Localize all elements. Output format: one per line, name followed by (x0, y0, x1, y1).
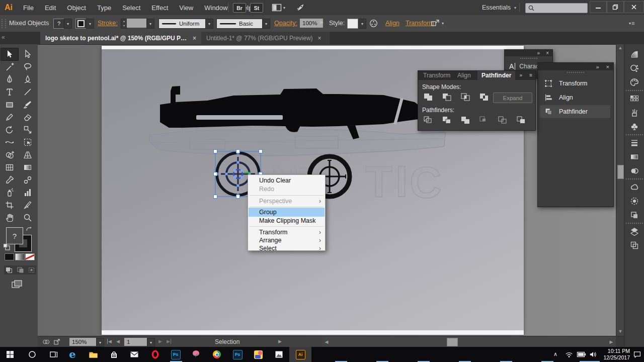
tool-eraser[interactable] (19, 111, 36, 123)
taskbar-photoshop-2[interactable]: Ps (227, 347, 248, 362)
taskbar-photo-editor[interactable] (248, 347, 268, 362)
scroll-down-icon[interactable]: ▼ (616, 328, 624, 335)
menu-item-group[interactable]: Group (249, 208, 325, 217)
share-icon[interactable] (53, 338, 61, 345)
battery-icon[interactable] (577, 351, 587, 358)
menu-type[interactable]: Type (92, 0, 117, 15)
draw-normal-icon[interactable] (5, 266, 13, 274)
tool-blend[interactable] (19, 174, 36, 186)
task-view-button[interactable] (43, 347, 63, 362)
opacity-expand-arrow[interactable]: ▶ (320, 20, 324, 25)
taskbar-illustrator-active[interactable]: Ai (289, 347, 311, 362)
close-tab-icon[interactable]: × (318, 35, 321, 42)
dock-grip[interactable] (626, 223, 643, 226)
align-panel-link[interactable]: Align (385, 20, 399, 27)
dock-item-transform[interactable]: Transform (540, 77, 610, 90)
fill-swatch[interactable]: ? (53, 19, 64, 29)
fill-proxy[interactable]: ? (6, 227, 23, 244)
brush-select[interactable]: Basic (216, 19, 263, 29)
arrange-documents-button[interactable]: ▾ (272, 4, 285, 12)
creative-cloud-icon[interactable] (629, 182, 639, 192)
menu-object[interactable]: Object (61, 0, 92, 15)
horizontal-scroll-thumb[interactable] (447, 338, 458, 346)
none-button[interactable] (25, 253, 35, 260)
screen-mode-button[interactable] (11, 280, 23, 290)
shape-mode-unite-button[interactable] (423, 93, 434, 102)
panel-menu-icon[interactable]: ≡ (529, 72, 532, 78)
tool-rotate[interactable] (1, 124, 18, 136)
menu-view[interactable]: View (174, 0, 199, 15)
tool-curvature[interactable] (19, 73, 36, 85)
search-input[interactable] (525, 3, 588, 13)
stroke-panel-icon[interactable] (629, 138, 639, 148)
artboard-number-dropdown[interactable]: ▾ (147, 338, 155, 347)
pathfinder-minus-back-button[interactable] (516, 116, 527, 125)
menu-item-make-clipping-mask[interactable]: Make Clipping Mask (249, 217, 325, 225)
menu-select[interactable]: Select (117, 0, 146, 15)
pathfinder-divide-button[interactable] (423, 116, 434, 125)
tool-line-segment[interactable] (19, 86, 36, 98)
taskbar-screen-recorder[interactable]: ✂ (186, 347, 206, 362)
tool-gradient[interactable] (19, 161, 36, 173)
scroll-right-icon[interactable]: ▶ (608, 336, 615, 347)
tool-zoom[interactable] (19, 212, 36, 224)
tool-rectangle[interactable] (1, 99, 18, 111)
fill-swatch-dropdown[interactable]: ▾ (64, 19, 72, 29)
shape-mode-minus-front-button[interactable] (442, 93, 453, 102)
collapse-dock-icon[interactable]: « (2, 34, 5, 41)
draw-behind-icon[interactable] (17, 266, 24, 274)
tool-direct-selection[interactable] (19, 48, 36, 60)
style-dropdown[interactable]: ▾ (358, 19, 366, 29)
tool-magic-wand[interactable] (1, 61, 18, 73)
tool-hand[interactable] (1, 212, 18, 224)
pathfinder-crop-button[interactable] (479, 116, 490, 125)
color-panel-icon[interactable] (629, 77, 639, 87)
scroll-up-icon[interactable]: ▲ (616, 44, 624, 51)
default-fill-stroke-icon[interactable] (3, 243, 10, 250)
gradient-fill-panel-icon[interactable] (629, 152, 639, 162)
next-artboard-icon[interactable]: ▶ (158, 339, 162, 344)
color-button[interactable] (5, 253, 14, 260)
tab-pathfinder[interactable]: Pathfinder (477, 71, 515, 80)
brush-dropdown[interactable]: ▾ (262, 19, 270, 29)
panel-grip[interactable] (567, 72, 584, 75)
stock-button[interactable]: St (250, 3, 263, 13)
draw-inside-icon[interactable] (28, 266, 35, 274)
gradient-button[interactable] (15, 253, 25, 260)
taskbar-photos[interactable] (269, 347, 289, 362)
stroke-swatch[interactable] (75, 19, 87, 29)
menu-item-perspective[interactable]: Perspective› (249, 197, 325, 205)
previous-artboard-icon[interactable]: ◀ (116, 339, 120, 344)
width-profile-select[interactable]: Uniform (158, 19, 206, 29)
start-button[interactable] (0, 347, 20, 362)
stroke-swatch-dropdown[interactable]: ▾ (86, 19, 94, 29)
menu-item-undo-clear[interactable]: Undo Clear (249, 176, 325, 185)
control-bar-grip[interactable] (2, 19, 6, 28)
tool-selection[interactable] (1, 48, 18, 60)
control-panel-menu-button[interactable]: ▾≡ (629, 20, 634, 26)
gradient-panel-icon[interactable] (629, 49, 639, 59)
taskbar-chrome[interactable] (207, 347, 227, 362)
tool-slice[interactable] (19, 199, 36, 211)
brushes-panel-icon[interactable] (629, 108, 639, 118)
width-profile-dropdown[interactable]: ▾ (205, 19, 213, 29)
document-tab-active[interactable]: logo sketce to pentool.ai* @ 150% (RGB/G… (40, 32, 201, 44)
horizontal-scrollbar[interactable]: ◀ ▶ (322, 336, 616, 347)
tool-free-transform[interactable] (19, 136, 36, 148)
tool-pencil[interactable] (1, 111, 18, 123)
symbols-panel-icon[interactable] (629, 122, 639, 132)
artboards-panel-icon[interactable] (629, 240, 639, 250)
cortana-button[interactable] (22, 347, 42, 362)
close-panel-icon[interactable]: × (546, 50, 549, 56)
close-panel-icon[interactable]: × (606, 64, 609, 70)
tool-artboard[interactable] (1, 199, 18, 211)
collapse-panel-icon[interactable]: » (519, 72, 521, 78)
taskbar-clock[interactable]: 10:11 PM 12/25/2017 (603, 348, 630, 361)
close-button[interactable] (624, 1, 644, 13)
stroke-weight-dropdown[interactable]: ▾ (146, 19, 154, 29)
last-artboard-icon[interactable]: ▶ (167, 339, 171, 344)
tool-symbol-sprayer[interactable] (1, 187, 18, 199)
menu-item-arrange[interactable]: Arrange› (249, 236, 325, 244)
menu-edit[interactable]: Edit (39, 0, 61, 15)
menu-item-select[interactable]: Select› (249, 244, 325, 252)
